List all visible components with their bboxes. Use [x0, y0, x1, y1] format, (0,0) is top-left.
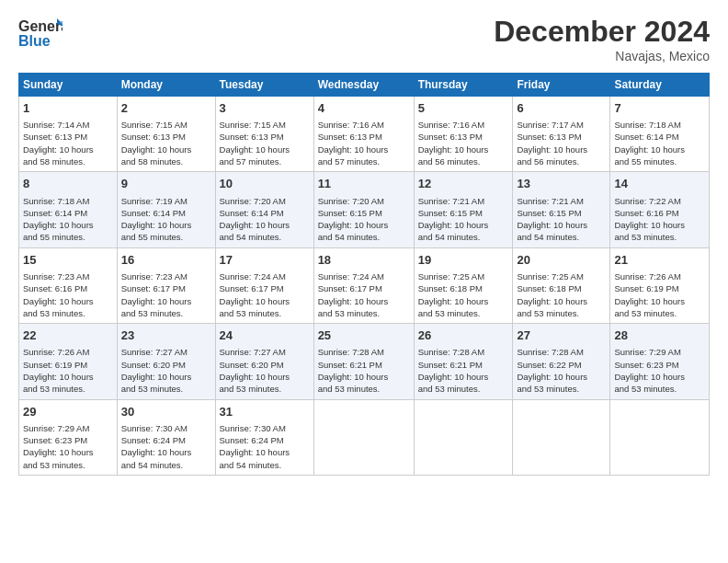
col-friday: Friday: [513, 74, 610, 97]
day-info: Sunrise: 7:26 AMSunset: 6:19 PMDaylight:…: [23, 346, 113, 395]
day-info: Sunrise: 7:20 AMSunset: 6:14 PMDaylight:…: [220, 195, 310, 244]
calendar-cell: 29Sunrise: 7:29 AMSunset: 6:23 PMDayligh…: [19, 399, 118, 475]
logo-icon: General Blue: [18, 15, 63, 50]
calendar-cell: 9Sunrise: 7:19 AMSunset: 6:14 PMDaylight…: [117, 172, 215, 247]
day-info: Sunrise: 7:15 AMSunset: 6:13 PMDaylight:…: [121, 119, 211, 167]
day-info: Sunrise: 7:28 AMSunset: 6:21 PMDaylight:…: [418, 346, 509, 395]
calendar-cell: 12Sunrise: 7:21 AMSunset: 6:15 PMDayligh…: [414, 172, 513, 247]
day-info: Sunrise: 7:16 AMSunset: 6:13 PMDaylight:…: [318, 119, 410, 167]
calendar-cell: 26Sunrise: 7:28 AMSunset: 6:21 PMDayligh…: [414, 324, 513, 399]
calendar-cell: 14Sunrise: 7:22 AMSunset: 6:16 PMDayligh…: [610, 172, 710, 247]
week-row-2: 8Sunrise: 7:18 AMSunset: 6:14 PMDaylight…: [19, 172, 710, 247]
calendar-header-row: Sunday Monday Tuesday Wednesday Thursday…: [19, 74, 710, 97]
header: General Blue December 2024 Navajas, Mexi…: [18, 15, 710, 63]
calendar-cell: 6Sunrise: 7:17 AMSunset: 6:13 PMDaylight…: [513, 97, 610, 172]
calendar-cell: 21Sunrise: 7:26 AMSunset: 6:19 PMDayligh…: [610, 247, 710, 323]
calendar-cell: 20Sunrise: 7:25 AMSunset: 6:18 PMDayligh…: [513, 247, 610, 323]
calendar-cell: 25Sunrise: 7:28 AMSunset: 6:21 PMDayligh…: [313, 324, 414, 399]
calendar-cell: 3Sunrise: 7:15 AMSunset: 6:13 PMDaylight…: [215, 97, 313, 172]
calendar-cell: 24Sunrise: 7:27 AMSunset: 6:20 PMDayligh…: [215, 324, 313, 399]
day-info: Sunrise: 7:23 AMSunset: 6:17 PMDaylight:…: [121, 270, 211, 319]
day-number: 6: [517, 100, 606, 117]
day-number: 17: [220, 252, 310, 269]
day-info: Sunrise: 7:28 AMSunset: 6:22 PMDaylight:…: [517, 346, 606, 395]
day-number: 18: [318, 252, 410, 269]
calendar-cell: 13Sunrise: 7:21 AMSunset: 6:15 PMDayligh…: [513, 172, 610, 247]
day-info: Sunrise: 7:14 AMSunset: 6:13 PMDaylight:…: [23, 119, 113, 167]
calendar-cell: 27Sunrise: 7:28 AMSunset: 6:22 PMDayligh…: [513, 324, 610, 399]
calendar-cell: 15Sunrise: 7:23 AMSunset: 6:16 PMDayligh…: [19, 247, 118, 323]
calendar-cell: 22Sunrise: 7:26 AMSunset: 6:19 PMDayligh…: [19, 324, 118, 399]
day-number: 10: [220, 176, 310, 192]
col-sunday: Sunday: [19, 74, 118, 97]
location: Navajas, Mexico: [494, 49, 710, 63]
day-number: 13: [517, 176, 606, 192]
day-number: 1: [23, 100, 113, 117]
day-info: Sunrise: 7:26 AMSunset: 6:19 PMDaylight:…: [614, 270, 705, 319]
calendar-cell: 8Sunrise: 7:18 AMSunset: 6:14 PMDaylight…: [19, 172, 118, 247]
week-row-4: 22Sunrise: 7:26 AMSunset: 6:19 PMDayligh…: [19, 324, 710, 399]
day-number: 11: [318, 176, 410, 192]
day-number: 31: [220, 404, 310, 420]
calendar-cell: 1Sunrise: 7:14 AMSunset: 6:13 PMDaylight…: [19, 97, 118, 172]
day-number: 8: [23, 176, 113, 192]
col-wednesday: Wednesday: [313, 74, 414, 97]
day-number: 15: [23, 252, 113, 269]
calendar-cell: [610, 399, 710, 475]
calendar-cell: [414, 399, 513, 475]
day-number: 20: [517, 252, 606, 269]
day-info: Sunrise: 7:30 AMSunset: 6:24 PMDaylight:…: [220, 422, 310, 471]
day-info: Sunrise: 7:29 AMSunset: 6:23 PMDaylight:…: [23, 422, 113, 471]
day-number: 24: [220, 327, 310, 344]
week-row-1: 1Sunrise: 7:14 AMSunset: 6:13 PMDaylight…: [19, 97, 710, 172]
day-number: 9: [121, 176, 211, 192]
calendar-cell: 7Sunrise: 7:18 AMSunset: 6:14 PMDaylight…: [610, 97, 710, 172]
col-tuesday: Tuesday: [215, 74, 313, 97]
title-block: December 2024 Navajas, Mexico: [494, 15, 710, 63]
calendar-cell: 4Sunrise: 7:16 AMSunset: 6:13 PMDaylight…: [313, 97, 414, 172]
day-info: Sunrise: 7:27 AMSunset: 6:20 PMDaylight:…: [121, 346, 211, 395]
page: General Blue December 2024 Navajas, Mexi…: [0, 0, 728, 563]
day-number: 7: [614, 100, 705, 117]
day-number: 26: [418, 327, 509, 344]
calendar-cell: 2Sunrise: 7:15 AMSunset: 6:13 PMDaylight…: [117, 97, 215, 172]
day-info: Sunrise: 7:24 AMSunset: 6:17 PMDaylight:…: [318, 270, 410, 319]
day-number: 27: [517, 327, 606, 344]
svg-text:Blue: Blue: [18, 33, 51, 49]
day-info: Sunrise: 7:18 AMSunset: 6:14 PMDaylight:…: [614, 119, 705, 167]
day-number: 19: [418, 252, 509, 269]
day-info: Sunrise: 7:28 AMSunset: 6:21 PMDaylight:…: [318, 346, 410, 395]
calendar-cell: 31Sunrise: 7:30 AMSunset: 6:24 PMDayligh…: [215, 399, 313, 475]
day-info: Sunrise: 7:27 AMSunset: 6:20 PMDaylight:…: [220, 346, 310, 395]
day-number: 2: [121, 100, 211, 117]
calendar-cell: 18Sunrise: 7:24 AMSunset: 6:17 PMDayligh…: [313, 247, 414, 323]
calendar-cell: 17Sunrise: 7:24 AMSunset: 6:17 PMDayligh…: [215, 247, 313, 323]
day-number: 30: [121, 404, 211, 420]
calendar-cell: 10Sunrise: 7:20 AMSunset: 6:14 PMDayligh…: [215, 172, 313, 247]
calendar-cell: [313, 399, 414, 475]
calendar-cell: 5Sunrise: 7:16 AMSunset: 6:13 PMDaylight…: [414, 97, 513, 172]
day-info: Sunrise: 7:18 AMSunset: 6:14 PMDaylight:…: [23, 195, 113, 244]
day-info: Sunrise: 7:22 AMSunset: 6:16 PMDaylight:…: [614, 195, 705, 244]
day-number: 16: [121, 252, 211, 269]
day-info: Sunrise: 7:29 AMSunset: 6:23 PMDaylight:…: [614, 346, 705, 395]
day-number: 23: [121, 327, 211, 344]
day-info: Sunrise: 7:16 AMSunset: 6:13 PMDaylight:…: [418, 119, 509, 167]
logo: General Blue: [18, 15, 63, 53]
week-row-5: 29Sunrise: 7:29 AMSunset: 6:23 PMDayligh…: [19, 399, 710, 475]
day-info: Sunrise: 7:30 AMSunset: 6:24 PMDaylight:…: [121, 422, 211, 471]
svg-text:General: General: [18, 18, 63, 34]
day-number: 5: [418, 100, 509, 117]
calendar-cell: 28Sunrise: 7:29 AMSunset: 6:23 PMDayligh…: [610, 324, 710, 399]
day-number: 14: [614, 176, 705, 192]
calendar-cell: 30Sunrise: 7:30 AMSunset: 6:24 PMDayligh…: [117, 399, 215, 475]
calendar-cell: 19Sunrise: 7:25 AMSunset: 6:18 PMDayligh…: [414, 247, 513, 323]
day-info: Sunrise: 7:24 AMSunset: 6:17 PMDaylight:…: [220, 270, 310, 319]
day-info: Sunrise: 7:19 AMSunset: 6:14 PMDaylight:…: [121, 195, 211, 244]
calendar-cell: 11Sunrise: 7:20 AMSunset: 6:15 PMDayligh…: [313, 172, 414, 247]
calendar-table: Sunday Monday Tuesday Wednesday Thursday…: [18, 73, 710, 476]
day-info: Sunrise: 7:17 AMSunset: 6:13 PMDaylight:…: [517, 119, 606, 167]
day-number: 29: [23, 404, 113, 420]
day-number: 3: [220, 100, 310, 117]
day-info: Sunrise: 7:21 AMSunset: 6:15 PMDaylight:…: [418, 195, 509, 244]
